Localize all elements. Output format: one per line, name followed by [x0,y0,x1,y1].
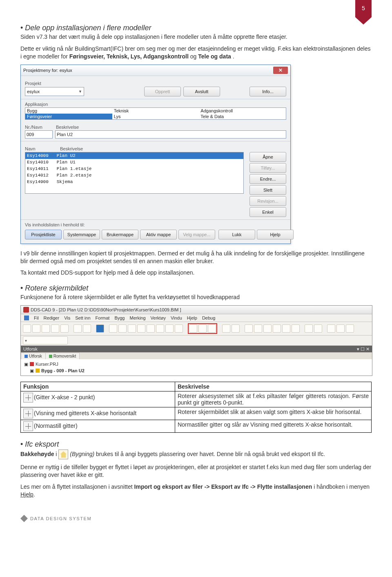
beskrivelse-input[interactable]: Plan U2 [55,130,286,139]
prosjektliste-button[interactable]: Prosjektliste [25,230,62,239]
project-tree[interactable]: ▣Kurser.PRJ ▣Bygg - 009 - Plan U2 [21,359,372,376]
rotate-view-icon[interactable] [198,324,207,333]
tilfoy-button[interactable]: Tilføy... [249,163,286,173]
tb-icon[interactable] [60,324,69,333]
view-horizontal-icon [23,409,33,418]
tb-icon[interactable] [245,324,253,333]
menu-item[interactable]: Hjelp [187,315,197,320]
avslutt-button[interactable]: Avslutt [183,87,220,96]
tb-icon[interactable] [137,324,145,333]
list-item[interactable]: Esy14012 Plan 2.etasje [25,172,243,179]
footer-text: DATA DESIGN SYSTEM [30,516,91,521]
tb-icon[interactable] [74,324,82,333]
tb-icon[interactable] [254,324,262,333]
tree-node[interactable]: Kurser.PRJ [36,361,58,367]
tb-icon[interactable] [305,324,313,333]
menu-item[interactable]: Bygg [114,315,125,320]
tb-icon[interactable] [96,324,104,333]
tb-icon[interactable] [336,324,345,333]
menu-item[interactable]: Sett inn [75,315,90,320]
tb-icon[interactable] [222,324,230,333]
list-item[interactable]: Esy14011 Plan 1.etasje [25,165,243,172]
tb-icon[interactable] [118,324,127,333]
endre-button[interactable]: Endre... [249,174,286,184]
rotate-grid-icon[interactable] [189,324,197,333]
dialog-prosjektmeny: Prosjektmeny for: esylux ✕ Prosjekt esyl… [20,65,291,244]
section-heading-rotere: Rotere skjermbildet [20,284,372,293]
layer-combo[interactable]: ▾ [23,336,68,344]
menu-item[interactable]: Debug [202,315,215,320]
table-row: (Gitter X-akse - 2 punkt) [21,391,175,407]
app-item[interactable]: Bygg [25,108,112,114]
list-item[interactable]: Esy14009 Plan U2 [25,152,243,159]
menu-item[interactable]: Fil [34,315,39,320]
text: . [33,491,35,498]
info-button[interactable]: Info... [249,87,286,96]
close-icon[interactable]: ✕ [273,67,288,74]
tb-icon[interactable] [327,324,335,333]
tb-icon[interactable] [165,324,174,333]
tb-icon[interactable] [232,324,240,333]
dialog-title: Prosjektmeny for: esylux [23,68,72,73]
menu-item[interactable]: Rediger [44,315,60,320]
tb-icon[interactable] [83,324,91,333]
enkel-button[interactable]: Enkel [249,207,286,217]
slett-button[interactable]: Slett [249,185,286,195]
aktivmappe-button[interactable]: Aktiv mappe [140,230,177,239]
velgmappe-button[interactable]: Velg mappe... [178,230,215,239]
list-item[interactable]: Esy14900 Skjema [25,179,243,185]
tb-icon[interactable] [273,324,281,333]
toolbar [21,322,372,335]
tb-icon[interactable] [23,324,31,333]
tree-node[interactable]: Bygg - 009 - Plan U2 [41,367,85,374]
side-panel-header: Utforsk▾ ☐ ✕ [21,346,372,352]
app-item[interactable]: Adgangskontroll [199,108,286,114]
tb-icon[interactable] [109,324,117,333]
tb-icon[interactable] [128,324,136,333]
opprett-button[interactable]: Opprett [144,87,181,96]
reset-grid-icon[interactable] [208,324,216,333]
para-mid-1: I v9 blir denne innstillingen kopiert ti… [20,250,372,265]
tb-icon[interactable] [292,324,300,333]
menu-item[interactable]: Format [96,315,110,320]
tb-icon[interactable] [32,324,40,333]
tb-icon[interactable] [346,324,354,333]
menu-item[interactable]: Merking [129,315,145,320]
list-item[interactable]: Esy14010 Plan U1 [25,159,243,165]
tb-icon[interactable] [263,324,272,333]
nr-input[interactable]: 009 [25,130,53,139]
app-item[interactable]: Tele & Data [199,114,286,119]
tb-icon[interactable] [156,324,164,333]
label-beskrivelse2: Beskrivelse [60,146,83,151]
tab-utforsk[interactable]: Utforsk [21,353,46,359]
menu-item[interactable]: Verktøy [151,315,166,320]
tb-icon[interactable] [175,324,183,333]
tb-icon[interactable] [42,324,50,333]
app-item-selected[interactable]: Føringsveier [25,114,112,119]
app-title-text: DDS-CAD 9 - [2D Plan U2 D:\DDS\90Nor\Pro… [31,307,181,312]
app-item[interactable]: Teknisk [112,108,199,114]
menu-item[interactable]: Vis [64,315,70,320]
file-listbox[interactable]: Esy14009 Plan U2 Esy14010 Plan U1 Esy140… [25,152,244,194]
tb-icon[interactable] [51,324,59,333]
brukermappe-button[interactable]: Brukermappe [102,230,138,239]
tb-icon[interactable] [147,324,155,333]
menu-item[interactable]: Vindu [171,315,182,320]
lukk-button[interactable]: Lukk [218,230,255,239]
hjelp-button[interactable]: Hjelp [257,230,294,239]
apne-button[interactable]: Åpne [249,152,286,162]
tb-icon[interactable] [282,324,290,333]
text: . [233,53,234,60]
systemmappe-button[interactable]: Systemmappe [63,230,100,239]
label-nrnavn: Nr./Navn [25,125,53,130]
app-item[interactable]: Lys [112,114,199,119]
tb-icon[interactable] [314,324,322,333]
revisjon-button[interactable]: Revisjon... [249,196,286,206]
panel-tabs: Utforsk Romoversikt [21,352,372,359]
tab-romoversikt[interactable]: Romoversikt [45,353,80,359]
para-ifc-3: Les mer om å flyttet installasjonen i av… [20,483,372,499]
project-combobox[interactable]: esylux ▼ [25,87,84,96]
text-bold: Føringsveier, Teknisk, Lys, Adgangskontr… [69,53,189,60]
app-listbox[interactable]: Bygg Føringsveier Teknisk Lys Adgangskon… [25,107,286,120]
para-s1-2: Dette er viktig nå når BuildingSmart(IFC… [20,45,372,60]
